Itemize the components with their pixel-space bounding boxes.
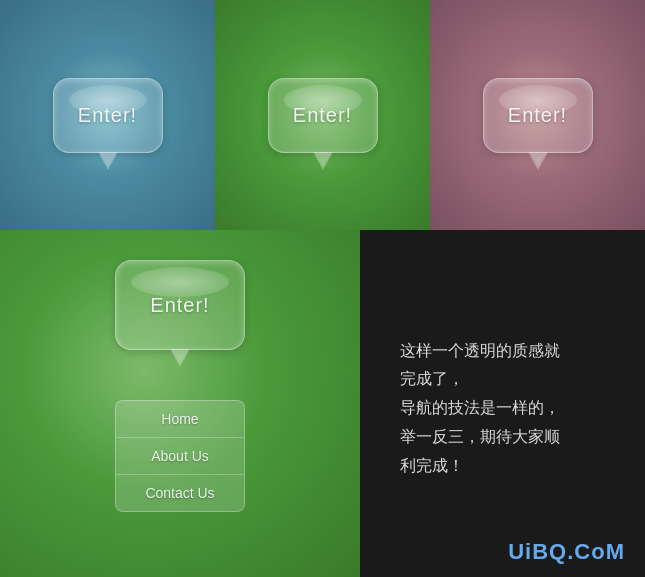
enter-button-large[interactable]: Enter! xyxy=(115,260,245,350)
text-line3: 导航的技法是一样的， xyxy=(400,399,560,416)
top-row: Enter! Enter! Enter! xyxy=(0,0,645,230)
text-line4: 举一反三，期待大家顺 xyxy=(400,428,560,445)
enter-label-blue: Enter! xyxy=(78,104,137,127)
nav-item-home[interactable]: Home xyxy=(116,401,244,438)
watermark: UiBQ.CoM xyxy=(508,539,625,565)
text-line1: 这样一个透明的质感就 xyxy=(400,342,560,359)
nav-item-contact[interactable]: Contact Us xyxy=(116,475,244,511)
panel-pink: Enter! xyxy=(430,0,645,230)
enter-button-blue[interactable]: Enter! xyxy=(53,78,163,153)
bubble-highlight-4 xyxy=(131,267,229,297)
enter-button-green[interactable]: Enter! xyxy=(268,78,378,153)
enter-button-pink[interactable]: Enter! xyxy=(483,78,593,153)
panel-blue: Enter! xyxy=(0,0,215,230)
panel-green-large: Enter! Home About Us Contact Us xyxy=(0,230,360,577)
panel-green: Enter! xyxy=(215,0,430,230)
enter-label-green: Enter! xyxy=(293,104,352,127)
panel-dark: 这样一个透明的质感就 完成了， 导航的技法是一样的， 举一反三，期待大家顺 利完… xyxy=(360,230,645,577)
watermark-text: UiBQ.CoM xyxy=(508,539,625,564)
nav-item-about[interactable]: About Us xyxy=(116,438,244,475)
bottom-row: Enter! Home About Us Contact Us 这样一个透明的质… xyxy=(0,230,645,577)
text-line2: 完成了， xyxy=(400,370,464,387)
nav-menu: Home About Us Contact Us xyxy=(115,400,245,512)
enter-label-large: Enter! xyxy=(150,294,209,317)
enter-label-pink: Enter! xyxy=(508,104,567,127)
text-line5: 利完成！ xyxy=(400,457,464,474)
chinese-description: 这样一个透明的质感就 完成了， 导航的技法是一样的， 举一反三，期待大家顺 利完… xyxy=(400,337,615,481)
